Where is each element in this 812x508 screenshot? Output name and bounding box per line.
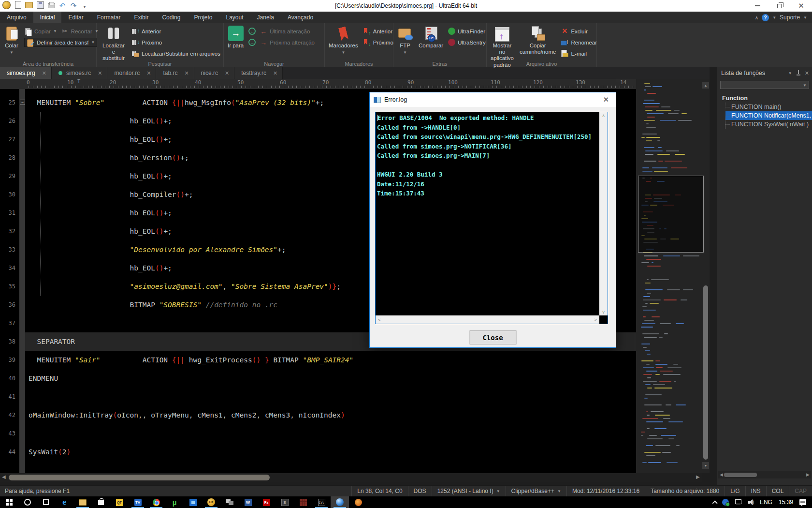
button-goto[interactable]: Ir para [227, 25, 245, 49]
qat-open-folder[interactable] [25, 1, 33, 11]
status-segment[interactable]: L/G [725, 486, 745, 496]
restore-button[interactable] [768, 0, 790, 12]
editor-h-scrollbar[interactable]: ◀ ▶ [0, 473, 702, 482]
status-segment[interactable]: Clipper/dBase++▼ [506, 486, 566, 496]
chevron-down-icon[interactable]: ▼ [803, 83, 807, 88]
button-arr-right[interactable]: Próxima alteração [260, 38, 315, 47]
taskbar-explorer[interactable] [73, 496, 92, 508]
taskbar-store[interactable] [92, 496, 110, 508]
clock[interactable]: 15:39 [779, 499, 793, 506]
scroll-right-icon[interactable]: ▶ [696, 474, 700, 479]
qat-ue-logo[interactable] [2, 1, 11, 11]
close-button[interactable]: Close [469, 330, 516, 344]
file-tab-testtray.rc[interactable]: testtray.rc✕ [234, 67, 283, 79]
tab-close-icon[interactable]: ✕ [181, 70, 188, 76]
taskbar-bluesq[interactable] [184, 496, 202, 508]
status-segment[interactable]: Tamanho do arquivo: 1880 [645, 486, 725, 496]
taskbar-filezilla[interactable]: Fz [257, 496, 276, 508]
ribbon-tab-coding[interactable]: Coding [155, 12, 187, 23]
qat-save[interactable] [36, 1, 44, 11]
button-find-prev[interactable]: Anterior [131, 27, 161, 36]
volume-icon[interactable] [748, 499, 756, 505]
fold-collapse-icon[interactable]: − [20, 100, 25, 105]
tab-close-icon[interactable]: ✕ [39, 70, 46, 76]
tab-close-icon[interactable]: ✕ [144, 70, 151, 76]
taskbar-ue[interactable]: UE [202, 496, 220, 508]
close-window-button[interactable]: ✕ [790, 0, 812, 12]
error-text-box[interactable]: Error BASE/1004 No exported method: HAND… [375, 112, 608, 324]
h-scroll-thumb[interactable] [9, 475, 270, 480]
button-circ-back[interactable] [248, 27, 256, 36]
function-item[interactable]: FUNCTION SysWait( nWait ) [725, 120, 812, 129]
button-paste[interactable]: Colar▼ [3, 25, 20, 55]
button-arr-left[interactable]: Última alteração [260, 27, 310, 36]
taskbar-darkapp[interactable]: S [276, 496, 294, 508]
tab-close-icon[interactable]: ✕ [222, 70, 229, 76]
taskbar-taskview[interactable] [37, 496, 55, 508]
scroll-up-icon[interactable]: ▲ [702, 82, 709, 89]
file-tab-tab.rc[interactable]: tab.rc✕ [156, 67, 194, 79]
status-segment[interactable]: INS [745, 486, 766, 496]
button-email[interactable]: E-mail [561, 49, 587, 58]
function-item[interactable]: FUNCTION main() [725, 103, 812, 111]
status-segment[interactable]: Mod: 12/11/2016 12:33:16 [566, 486, 645, 496]
help-icon[interactable]: ? [762, 14, 769, 21]
file-tab-monitor.rc[interactable]: monitor.rc✕ [107, 67, 156, 79]
qat-print[interactable] [47, 1, 55, 11]
chevron-down-icon[interactable]: ▼ [557, 489, 561, 493]
taskbar-teamviewer[interactable]: TV [129, 496, 147, 508]
button-uf[interactable]: UltraFinder [448, 27, 485, 36]
chevron-down-icon[interactable]: ▼ [772, 15, 776, 20]
button-find-next[interactable]: Próximo [131, 38, 162, 47]
qat-new-file[interactable] [14, 1, 22, 11]
minimize-button[interactable] [747, 0, 768, 12]
ribbon-tab-inicial[interactable]: Inicial [33, 12, 62, 23]
ribbon-tab-projeto[interactable]: Projeto [187, 12, 219, 23]
scroll-left-icon[interactable]: ◀ [2, 474, 6, 479]
status-segment[interactable]: COL [766, 486, 789, 496]
taskbar-edge[interactable]: e [55, 496, 73, 508]
taskbar-bluesphere[interactable] [331, 496, 349, 508]
status-segment[interactable]: CAP [789, 486, 812, 496]
v-scroll-thumb[interactable] [703, 285, 708, 460]
teamviewer-tray-icon[interactable]: ↔ [722, 499, 729, 506]
panel-menu-icon[interactable]: ▼ [788, 71, 792, 75]
action-center-icon[interactable] [799, 499, 806, 505]
button-ftp[interactable]: FTP▼ [396, 25, 414, 55]
language-indicator[interactable]: ENG [760, 499, 772, 506]
taskbar-cortana[interactable] [18, 496, 37, 508]
taskbar-utorrent[interactable]: µ [165, 496, 184, 508]
file-tab-nice.rc[interactable]: nice.rc✕ [194, 67, 235, 79]
button-compare[interactable]: Comparar [418, 25, 444, 49]
button-us[interactable]: UltraSentry [448, 38, 486, 47]
button-bm-prev[interactable]: Anterior [363, 27, 392, 36]
scroll-right-icon[interactable]: > [594, 317, 597, 322]
button-rename[interactable]: Renomear [561, 38, 597, 47]
qat-undo[interactable] [58, 1, 66, 10]
taskbar-start[interactable] [0, 496, 18, 508]
support-menu[interactable]: Suporte [780, 14, 800, 21]
panel-h-scrollbar[interactable]: ◀ ▶ [718, 471, 811, 478]
button-find-files[interactable]: Localizar/Substituir em arquivos [131, 49, 220, 58]
network-icon[interactable] [735, 499, 742, 505]
ribbon-tab-exibir[interactable]: Exibir [127, 12, 155, 23]
status-segment[interactable]: DOS [408, 486, 432, 496]
taskbar-orangeapp[interactable] [349, 496, 367, 508]
taskbar-word[interactable]: W [239, 496, 257, 508]
collapse-ribbon-icon[interactable]: ∧ [755, 15, 758, 20]
panel-scroll-thumb[interactable] [724, 473, 757, 477]
taskbar-chrome[interactable] [147, 496, 165, 508]
qat-redo[interactable] [70, 1, 77, 10]
qat-qat-caret[interactable] [81, 1, 88, 11]
function-item[interactable]: FUNCTION Notificar(cMens1, cM [725, 111, 812, 120]
taskbar-redcube[interactable] [294, 496, 312, 508]
tray-expand-icon[interactable] [712, 500, 717, 506]
button-binoc[interactable]: Localizar e substituir [100, 25, 128, 62]
scroll-right-icon[interactable]: ▶ [806, 472, 810, 477]
button-bm-next[interactable]: Próximo [363, 38, 393, 47]
button-clipset[interactable]: Definir área de transf▼ [24, 38, 97, 47]
ribbon-tab-arquivo[interactable]: Arquivo [0, 12, 33, 23]
panel-splitter[interactable] [710, 67, 717, 485]
minimap-viewport[interactable] [638, 176, 704, 253]
scroll-down-icon[interactable]: ▼ [702, 462, 709, 469]
